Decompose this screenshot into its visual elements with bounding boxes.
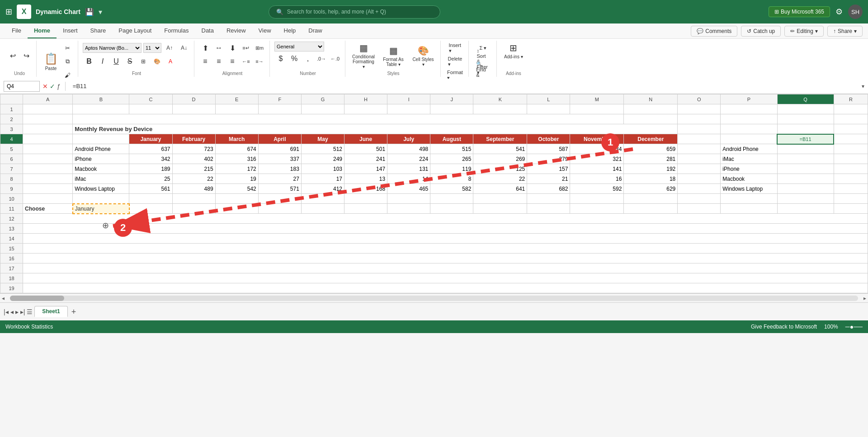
- cell-q7[interactable]: [777, 164, 834, 174]
- cell-f10[interactable]: [258, 194, 301, 204]
- row-12-cells[interactable]: [23, 214, 868, 224]
- tab-home[interactable]: Home: [28, 23, 57, 38]
- cell-i1[interactable]: [387, 104, 430, 114]
- cell-p11[interactable]: [721, 204, 777, 214]
- cell-h11[interactable]: [344, 204, 387, 214]
- italic-btn[interactable]: I: [96, 55, 109, 68]
- cell-d7[interactable]: 215: [172, 164, 215, 174]
- cell-n7[interactable]: 192: [624, 164, 678, 174]
- cell-f9[interactable]: 571: [258, 184, 301, 194]
- cell-b8[interactable]: iMac: [73, 174, 129, 184]
- cell-j7[interactable]: 119: [430, 164, 473, 174]
- cell-r2[interactable]: [834, 114, 868, 124]
- cell-j9[interactable]: 582: [430, 184, 473, 194]
- cell-l5[interactable]: 587: [527, 144, 570, 154]
- row-18-cells[interactable]: [23, 273, 868, 283]
- cell-q9[interactable]: [777, 184, 834, 194]
- cell-p7[interactable]: iPhone: [721, 164, 777, 174]
- cell-b3-title[interactable]: Monthly Revenue by Device: [73, 124, 678, 134]
- col-header-m[interactable]: M: [570, 94, 624, 104]
- border-btn[interactable]: ⊞: [137, 55, 150, 68]
- increase-font-btn[interactable]: A↑: [163, 42, 176, 54]
- sheet-tab-sheet1[interactable]: Sheet1: [34, 306, 67, 317]
- cell-i10[interactable]: [387, 194, 430, 204]
- cell-b11-january[interactable]: January: [73, 204, 129, 214]
- col-header-d[interactable]: D: [172, 94, 215, 104]
- confirm-formula-icon[interactable]: ✓: [50, 83, 55, 90]
- scroll-left-btn[interactable]: ◂: [0, 295, 6, 301]
- align-left-btn[interactable]: ≡: [199, 55, 212, 68]
- row-13-cells[interactable]: [23, 224, 868, 234]
- cell-h10[interactable]: [344, 194, 387, 204]
- cell-d1[interactable]: [172, 104, 215, 114]
- cell-k4-sep[interactable]: September: [473, 134, 527, 144]
- comments-btn[interactable]: 💬 Comments: [691, 26, 737, 37]
- zoom-slider[interactable]: ─●──: [845, 323, 863, 330]
- cell-e9[interactable]: 542: [215, 184, 258, 194]
- cell-g9[interactable]: 412: [301, 184, 344, 194]
- buy-microsoft-btn[interactable]: ⊞ Buy Microsoft 365: [769, 6, 830, 17]
- redo-btn[interactable]: ↪: [20, 50, 33, 62]
- cell-d4-feb[interactable]: February: [172, 134, 215, 144]
- cell-c6[interactable]: 342: [129, 154, 172, 164]
- cell-a3[interactable]: [23, 124, 73, 134]
- cell-b4[interactable]: [73, 134, 129, 144]
- cell-m1[interactable]: [570, 104, 624, 114]
- cell-e10[interactable]: [215, 194, 258, 204]
- cell-a10[interactable]: [23, 194, 73, 204]
- cell-c10[interactable]: [129, 194, 172, 204]
- cell-b10[interactable]: [73, 194, 129, 204]
- horizontal-scrollbar[interactable]: ◂ ▸: [0, 293, 868, 302]
- paste-btn[interactable]: 📋 Paste: [42, 52, 61, 72]
- cell-d10[interactable]: [172, 194, 215, 204]
- cell-f7[interactable]: 183: [258, 164, 301, 174]
- cell-p3[interactable]: [721, 124, 777, 134]
- insert-function-icon[interactable]: ƒ: [57, 83, 61, 90]
- editing-btn[interactable]: ✏ Editing ▾: [784, 26, 824, 37]
- cell-f11[interactable]: [258, 204, 301, 214]
- cell-styles-btn[interactable]: 🎨 Cell Styles ▾: [410, 44, 437, 68]
- cell-m9[interactable]: 592: [570, 184, 624, 194]
- align-top-btn[interactable]: ⬆: [199, 42, 212, 54]
- cell-b2-merged[interactable]: [73, 114, 624, 124]
- col-header-b[interactable]: B: [73, 94, 129, 104]
- cell-c11[interactable]: [129, 204, 172, 214]
- col-header-o[interactable]: O: [678, 94, 721, 104]
- decimal-increase-btn[interactable]: .0→: [315, 52, 328, 65]
- settings-icon[interactable]: ⚙: [835, 7, 843, 17]
- align-bottom-btn[interactable]: ⬇: [226, 42, 239, 54]
- cell-r7[interactable]: [834, 164, 868, 174]
- cell-i7[interactable]: 131: [387, 164, 430, 174]
- cell-i9[interactable]: 465: [387, 184, 430, 194]
- cell-o5[interactable]: [678, 144, 721, 154]
- avatar[interactable]: SH: [848, 5, 863, 19]
- cell-i6[interactable]: 224: [387, 154, 430, 164]
- cell-k7[interactable]: 125: [473, 164, 527, 174]
- cell-o6[interactable]: [678, 154, 721, 164]
- col-header-j[interactable]: J: [430, 94, 473, 104]
- cell-r1[interactable]: [834, 104, 868, 114]
- scroll-thumb[interactable]: [10, 296, 64, 301]
- cell-f1[interactable]: [258, 104, 301, 114]
- cell-o2[interactable]: [678, 114, 721, 124]
- cell-a2[interactable]: [23, 114, 73, 124]
- cell-l6[interactable]: 279: [527, 154, 570, 164]
- cell-n1[interactable]: [624, 104, 678, 114]
- cell-i8[interactable]: 14: [387, 174, 430, 184]
- cell-m7[interactable]: 141: [570, 164, 624, 174]
- cell-p6[interactable]: iMac: [721, 154, 777, 164]
- catch-up-btn[interactable]: ↺ Catch up: [741, 26, 781, 37]
- cell-p5[interactable]: Android Phone: [721, 144, 777, 154]
- percent-btn[interactable]: %: [288, 52, 301, 65]
- cell-c5[interactable]: 637: [129, 144, 172, 154]
- cell-h7[interactable]: 147: [344, 164, 387, 174]
- row-16-cells[interactable]: [23, 254, 868, 263]
- cell-b1[interactable]: [73, 104, 129, 114]
- cell-p10[interactable]: [721, 194, 777, 204]
- cell-e7[interactable]: 172: [215, 164, 258, 174]
- nav-last-btn[interactable]: ▸|: [20, 308, 25, 315]
- cell-l8[interactable]: 21: [527, 174, 570, 184]
- addins-btn[interactable]: ⊞ Add-ins ▾: [501, 42, 526, 60]
- cell-a8[interactable]: [23, 174, 73, 184]
- cell-a9[interactable]: [23, 184, 73, 194]
